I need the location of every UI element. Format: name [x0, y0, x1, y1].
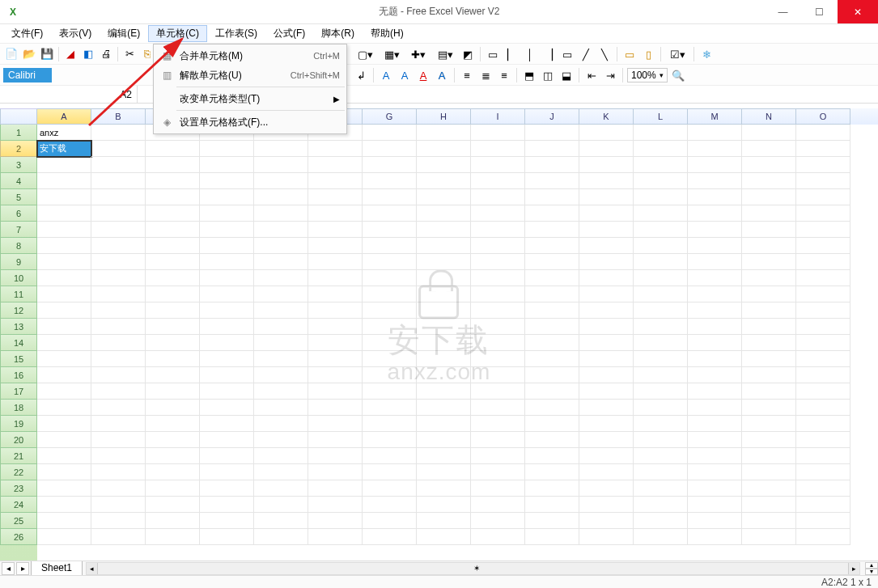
border-right-icon[interactable]: ▕	[541, 46, 557, 62]
cell[interactable]	[146, 205, 200, 222]
cell[interactable]	[634, 367, 688, 383]
row-header[interactable]: 5	[0, 189, 37, 205]
cell[interactable]	[417, 302, 471, 319]
row-header[interactable]: 10	[0, 270, 37, 286]
cell[interactable]	[471, 464, 525, 480]
cell[interactable]	[308, 173, 363, 189]
row-header[interactable]: 24	[0, 497, 37, 513]
cell[interactable]	[579, 173, 634, 189]
cell[interactable]	[200, 448, 254, 464]
font-style-icon[interactable]: A	[434, 67, 450, 83]
cell[interactable]	[417, 157, 471, 173]
cell[interactable]	[91, 448, 146, 464]
row-header[interactable]: 12	[0, 302, 37, 319]
cell[interactable]	[634, 400, 688, 416]
cell[interactable]	[363, 141, 417, 157]
cell[interactable]	[308, 383, 363, 400]
cell[interactable]	[579, 480, 634, 497]
column-header[interactable]: H	[417, 108, 471, 125]
cell[interactable]	[525, 302, 579, 319]
cell[interactable]	[796, 222, 850, 238]
cell[interactable]	[579, 367, 634, 383]
cell[interactable]	[634, 125, 688, 141]
row-header[interactable]: 4	[0, 173, 37, 189]
cell[interactable]	[146, 416, 200, 432]
cell[interactable]	[146, 141, 200, 157]
cell[interactable]	[525, 238, 579, 254]
cell[interactable]	[308, 464, 363, 480]
cell[interactable]	[796, 513, 850, 529]
border-diag1-icon[interactable]: ╱	[578, 46, 594, 62]
cell[interactable]	[254, 400, 308, 416]
cell[interactable]	[417, 254, 471, 270]
cell[interactable]	[37, 205, 91, 222]
cell[interactable]	[200, 189, 254, 205]
cell[interactable]	[688, 416, 742, 432]
horizontal-scrollbar[interactable]: ◂ ✶ ▸	[86, 562, 860, 575]
indent-dec-icon[interactable]: ⇤	[583, 67, 600, 83]
cell[interactable]	[796, 157, 850, 173]
cell[interactable]	[742, 319, 796, 335]
cell[interactable]	[308, 351, 363, 367]
cell[interactable]	[417, 286, 471, 302]
valign-top-icon[interactable]: ⬒	[521, 67, 537, 83]
cell[interactable]	[200, 400, 254, 416]
cell[interactable]	[363, 400, 417, 416]
cell[interactable]	[579, 513, 634, 529]
cell[interactable]	[634, 351, 688, 367]
cell[interactable]	[146, 189, 200, 205]
cell[interactable]	[37, 351, 91, 367]
row-header[interactable]: 7	[0, 222, 37, 238]
cell[interactable]	[200, 254, 254, 270]
cell[interactable]	[254, 205, 308, 222]
cell[interactable]	[308, 141, 363, 157]
cell[interactable]	[471, 383, 525, 400]
border-style-1-icon[interactable]: ▭	[485, 46, 501, 62]
cell[interactable]	[471, 416, 525, 432]
cell[interactable]	[688, 222, 742, 238]
cell[interactable]	[796, 319, 850, 335]
cell[interactable]	[634, 497, 688, 513]
cell[interactable]	[742, 141, 796, 157]
cell[interactable]	[579, 400, 634, 416]
cell[interactable]	[634, 270, 688, 286]
cell[interactable]	[91, 125, 146, 141]
cell[interactable]	[417, 141, 471, 157]
open-icon[interactable]: 📂	[21, 46, 37, 62]
cell[interactable]	[146, 335, 200, 351]
cell[interactable]	[579, 125, 634, 141]
scroll-right-icon[interactable]: ▸	[848, 563, 859, 574]
row-header[interactable]: 11	[0, 286, 37, 302]
cell[interactable]	[525, 351, 579, 367]
cell[interactable]	[525, 513, 579, 529]
cell[interactable]	[146, 238, 200, 254]
cell[interactable]	[254, 302, 308, 319]
cell[interactable]	[579, 157, 634, 173]
cell[interactable]	[254, 335, 308, 351]
cell[interactable]	[37, 367, 91, 383]
cell[interactable]	[634, 432, 688, 448]
row-header[interactable]: 15	[0, 351, 37, 367]
cell[interactable]	[525, 205, 579, 222]
scroll-left-icon[interactable]: ◂	[87, 563, 98, 574]
cell[interactable]	[742, 205, 796, 222]
row-header[interactable]: 16	[0, 367, 37, 383]
cell[interactable]	[525, 125, 579, 141]
cell[interactable]	[417, 367, 471, 383]
cell[interactable]	[471, 157, 525, 173]
cell[interactable]	[579, 141, 634, 157]
cell[interactable]	[363, 125, 417, 141]
font-color-icon[interactable]: A	[378, 67, 394, 83]
cell[interactable]	[91, 319, 146, 335]
cell[interactable]	[634, 513, 688, 529]
cell[interactable]	[688, 254, 742, 270]
row-header[interactable]: 18	[0, 400, 37, 416]
minimize-button[interactable]: —	[765, 0, 801, 23]
cell[interactable]	[688, 480, 742, 497]
cell[interactable]	[471, 125, 525, 141]
print-icon[interactable]: 🖨	[98, 46, 114, 62]
cell[interactable]	[525, 416, 579, 432]
cell[interactable]: 安下载	[37, 141, 91, 157]
cell[interactable]	[634, 302, 688, 319]
cell[interactable]	[146, 432, 200, 448]
